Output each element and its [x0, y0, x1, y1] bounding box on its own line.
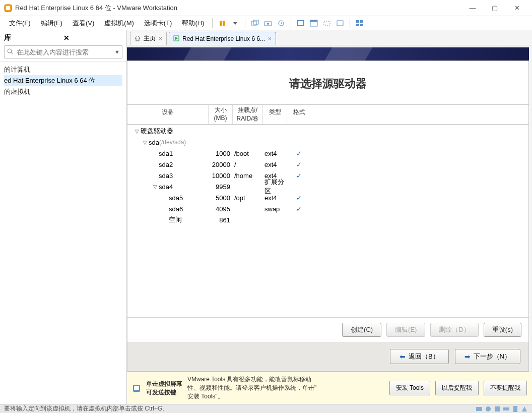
info-icon [132, 384, 141, 393]
console-icon[interactable] [335, 18, 345, 28]
create-button[interactable]: 创建(C) [342, 323, 381, 337]
svg-rect-14 [324, 21, 330, 25]
disclosure-triangle-icon[interactable]: ▽ [143, 140, 148, 145]
partition-row[interactable]: ▽sda49959扩展分区 [127, 181, 528, 192]
menu-edit[interactable]: 编辑(E) [36, 17, 68, 30]
device-name: sda6 [169, 205, 183, 213]
hdr-format[interactable]: 格式 [287, 105, 311, 124]
tab-close-icon[interactable]: × [268, 35, 272, 42]
next-button[interactable]: ➡下一步（N） [455, 349, 520, 364]
library-search-input[interactable] [17, 48, 114, 56]
svg-rect-28 [495, 406, 500, 411]
mount-cell: / [232, 161, 262, 168]
snapshot-manager-icon[interactable] [263, 18, 273, 28]
partition-row[interactable]: sda64095swap✓ [127, 203, 528, 214]
disclosure-triangle-icon[interactable]: ▽ [153, 184, 158, 190]
tree-vm-item[interactable]: ed Hat Enterprise Linux 6 64 位 [4, 75, 122, 86]
status-device-icon[interactable] [512, 405, 519, 412]
svg-rect-5 [251, 21, 256, 25]
svg-rect-11 [298, 21, 303, 25]
never-remind-button[interactable]: 不要提醒我 [484, 381, 527, 395]
vm-tab-icon [173, 35, 180, 42]
status-bar: 要将输入定向到该虚拟机，请在虚拟机内部单击或按 Ctrl+G。 [0, 404, 532, 413]
vmware-icon [4, 4, 12, 12]
partition-row[interactable]: ▽sda (/dev/sda) [127, 137, 528, 148]
content-area: 主页 × Red Hat Enterprise Linux 6 6... × 请… [127, 30, 532, 404]
partition-row[interactable]: sda310000/homeext4✓ [127, 170, 528, 181]
device-name: 硬盘驱动器 [141, 127, 173, 136]
format-check-icon: ✓ [287, 194, 311, 202]
partition-row[interactable]: sda11000/bootext4✓ [127, 148, 528, 159]
svg-marker-23 [175, 37, 178, 40]
fullscreen-icon[interactable] [296, 18, 306, 28]
arrow-right-icon: ➡ [464, 352, 471, 361]
remind-later-button[interactable]: 以后提醒我 [435, 381, 479, 395]
hdr-type[interactable]: 类型 [262, 105, 287, 124]
svg-rect-30 [513, 406, 517, 412]
stretch-icon[interactable] [322, 18, 332, 28]
menu-help[interactable]: 帮助(H) [177, 17, 209, 30]
menu-view[interactable]: 查看(V) [68, 17, 99, 30]
partition-row[interactable]: 空闲861 [127, 214, 528, 225]
library-close-icon[interactable]: ✕ [63, 34, 123, 42]
unity-icon[interactable] [309, 18, 319, 28]
partition-row[interactable]: sda220000/ext4✓ [127, 159, 528, 170]
library-search[interactable]: ▼ [4, 45, 122, 58]
type-cell: 扩展分区 [262, 178, 287, 196]
snapshot-icon[interactable] [250, 18, 260, 28]
titlebar: Red Hat Enterprise Linux 6 64 位 - VMware… [0, 0, 532, 16]
revert-icon[interactable] [276, 18, 286, 28]
thumbnail-icon[interactable] [355, 18, 365, 28]
menu-file[interactable]: 文件(F) [4, 17, 36, 30]
hdr-size[interactable]: 大小 (MB) [208, 105, 232, 124]
tab-home[interactable]: 主页 × [130, 32, 167, 45]
svg-rect-25 [134, 386, 139, 390]
install-tools-button[interactable]: 安装 Tools [389, 381, 430, 395]
disclosure-triangle-icon[interactable]: ▽ [135, 129, 140, 134]
tab-strip: 主页 × Red Hat Enterprise Linux 6 6... × [127, 30, 532, 45]
status-device-icon[interactable] [485, 405, 492, 412]
svg-rect-19 [360, 24, 363, 26]
status-device-icon[interactable] [494, 405, 501, 412]
menu-vm[interactable]: 虚拟机(M) [99, 17, 139, 30]
installer-panel: 请选择源驱动器 设备 大小 (MB) 挂载点/ RAID/卷 类型 格式 ▽硬盘… [127, 61, 529, 372]
minimize-button[interactable]: — [461, 1, 484, 16]
edit-button: 编辑(E) [386, 323, 425, 337]
tree-my-computer[interactable]: 的计算机 [4, 64, 122, 75]
status-device-icon[interactable] [503, 405, 510, 412]
partition-row[interactable]: ▽硬盘驱动器 [127, 126, 528, 137]
reset-button[interactable]: 重设(s) [484, 323, 521, 337]
tab-close-icon[interactable]: × [159, 35, 162, 42]
toolbar-dropdown-icon[interactable] [230, 18, 240, 28]
library-title: 库 [4, 33, 63, 42]
library-tree: 的计算机 ed Hat Enterprise Linux 6 64 位 的虚拟机 [0, 62, 126, 404]
home-icon [135, 35, 142, 42]
svg-rect-3 [223, 21, 225, 26]
status-device-icon[interactable] [521, 405, 528, 412]
partition-row[interactable]: sda55000/optext4✓ [127, 192, 528, 203]
maximize-button[interactable]: ▢ [484, 1, 506, 16]
installer-title: 请选择源驱动器 [127, 61, 528, 105]
back-button[interactable]: ⬅返回（B） [390, 349, 449, 364]
partition-header: 设备 大小 (MB) 挂载点/ RAID/卷 类型 格式 [127, 105, 528, 125]
type-cell: ext4 [262, 194, 287, 202]
library-sidebar: 库 ✕ ▼ 的计算机 ed Hat Enterprise Linux 6 64 … [0, 30, 127, 404]
status-device-icon[interactable] [476, 405, 483, 412]
tab-home-label: 主页 [144, 34, 156, 43]
close-button[interactable]: ✕ [506, 1, 528, 16]
menu-tabs[interactable]: 选项卡(T) [139, 17, 177, 30]
hint-text-1: 单击虚拟屏幕 可发送按键 [146, 380, 182, 397]
pause-icon[interactable] [217, 18, 227, 28]
chevron-down-icon[interactable]: ▼ [114, 49, 120, 55]
hdr-mount[interactable]: 挂载点/ RAID/卷 [232, 105, 262, 124]
hdr-device[interactable]: 设备 [127, 105, 208, 124]
svg-rect-6 [253, 20, 258, 24]
vmware-tools-hint: 单击虚拟屏幕 可发送按键 VMware Tools 具有很多功能，能改善鼠标移动… [127, 372, 532, 404]
tree-shared-vms[interactable]: 的虚拟机 [4, 86, 122, 97]
partition-buttons: 创建(C) 编辑(E) 删除（D） 重设(s) [127, 317, 528, 342]
tab-vm[interactable]: Red Hat Enterprise Linux 6 6... × [169, 32, 276, 45]
size-cell: 20000 [208, 161, 232, 168]
device-name: sda3 [159, 172, 173, 180]
device-name: sda2 [159, 161, 173, 168]
device-path: (/dev/sda) [159, 139, 186, 146]
